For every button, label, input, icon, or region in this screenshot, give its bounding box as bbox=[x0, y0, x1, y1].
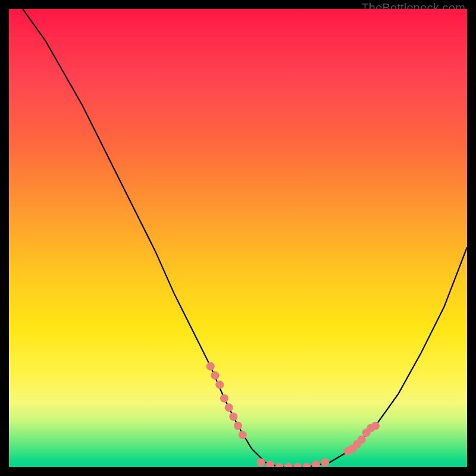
highlight-dot bbox=[215, 380, 224, 389]
highlight-dot bbox=[275, 463, 283, 467]
bottleneck-curve bbox=[23, 9, 467, 467]
curve-svg bbox=[9, 9, 467, 467]
highlight-dot bbox=[321, 458, 329, 466]
highlight-dot bbox=[206, 362, 215, 371]
highlight-dot bbox=[293, 463, 302, 467]
highlight-dot bbox=[284, 463, 293, 467]
highlight-dot bbox=[225, 403, 233, 412]
highlight-dot bbox=[229, 412, 237, 421]
highlight-dot bbox=[234, 422, 242, 430]
highlight-dot bbox=[303, 463, 311, 467]
highlight-dots bbox=[206, 362, 380, 467]
highlight-dot bbox=[211, 371, 220, 380]
chart-frame: TheBottleneck.com bbox=[0, 0, 476, 476]
plot-area bbox=[9, 9, 467, 467]
highlight-dot bbox=[266, 461, 274, 467]
highlight-dot bbox=[239, 431, 247, 439]
highlight-dot bbox=[220, 394, 228, 403]
highlight-dot bbox=[371, 422, 380, 430]
highlight-dot bbox=[257, 458, 265, 466]
highlight-dot bbox=[358, 436, 366, 444]
highlight-dot bbox=[312, 461, 320, 467]
